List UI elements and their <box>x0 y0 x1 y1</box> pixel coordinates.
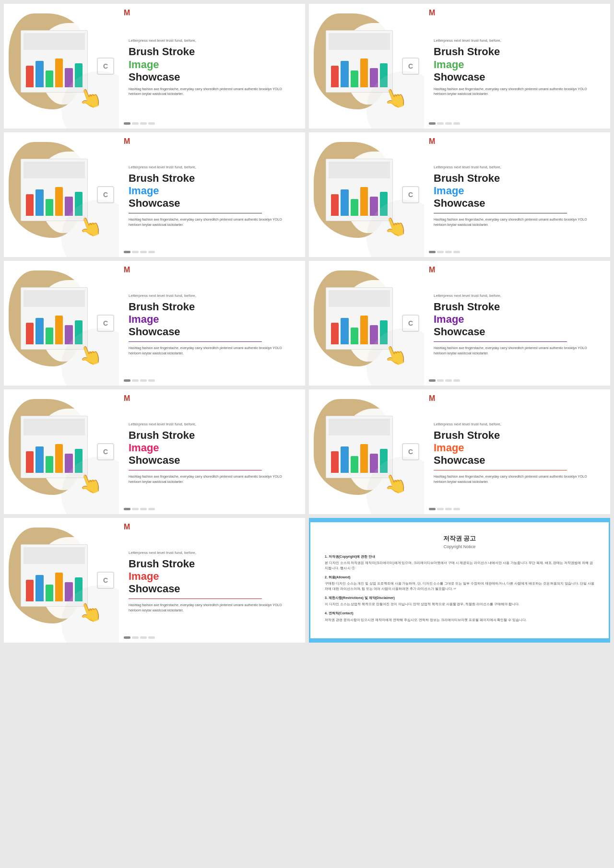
divider-9 <box>129 598 262 599</box>
slide-image-left-9: 👆 C <box>4 518 119 643</box>
chart-header-area <box>329 162 390 178</box>
slide-logo-5: M <box>124 266 130 274</box>
slide-title-line1-6: Brush Stroke <box>434 301 601 313</box>
dot <box>148 508 155 510</box>
copyright-section-3: 3. 제한사항(Restrictions) 및 제약(Disclaimer) 이… <box>325 595 594 607</box>
dot <box>445 251 452 253</box>
divider-7 <box>129 470 262 470</box>
bar <box>46 70 53 87</box>
slide-image-left-4: 👆 C <box>309 132 424 257</box>
slide-image-left-2: 👆 C <box>309 4 424 129</box>
slide-sub-label-8: Letterpress next level trust fund, befor… <box>434 422 601 427</box>
dot <box>148 379 155 382</box>
slide-card-7: 👆 C M Letterpress next level trust fund,… <box>4 389 305 514</box>
dot <box>148 251 155 253</box>
slide-sub-label-3: Letterpress next level trust fund, befor… <box>129 164 295 170</box>
slide-footer-8 <box>429 508 605 510</box>
bar <box>341 61 348 87</box>
dot <box>445 379 452 382</box>
slide-content-4: M Letterpress next level trust fund, bef… <box>424 132 610 257</box>
slide-image-left-3: 👆 C <box>4 132 119 257</box>
slide-footer-6 <box>429 379 605 382</box>
footer-dots-5 <box>124 379 155 382</box>
chart-header-area <box>24 33 85 50</box>
copyright-subtitle: Copyright Notice <box>444 544 476 549</box>
slide-footer-9 <box>124 636 300 639</box>
bar <box>35 575 43 601</box>
footer-dots-9 <box>124 636 155 639</box>
dot <box>437 379 444 382</box>
slide-title-line3-7: Showcase <box>129 455 295 466</box>
bar <box>46 456 53 473</box>
copyright-top-bar <box>310 519 609 522</box>
bar <box>55 444 63 473</box>
slide-content-2: M Letterpress next level trust fund, bef… <box>424 4 610 129</box>
dot <box>453 251 460 253</box>
dot <box>132 636 139 639</box>
slide-title-line3-4: Showcase <box>434 198 601 209</box>
slide-content-9: M Letterpress next level trust fund, bef… <box>119 518 305 643</box>
slide-card-4: 👆 C M Letterpress next level trust fund,… <box>309 132 610 257</box>
bar <box>331 451 339 473</box>
dot <box>453 122 460 125</box>
bar <box>351 199 358 216</box>
slide-title-line1-7: Brush Stroke <box>129 430 295 441</box>
chart-header-area <box>24 290 85 307</box>
slide-title-line2-3: Image <box>129 185 295 197</box>
chart-header-area <box>24 419 85 435</box>
dot <box>445 508 452 510</box>
copyright-section-body-3: 이 디자인 소스는 상업적 목적으로 만들어진 것이 아닙니다. 만약 상업적 … <box>325 602 594 607</box>
bar <box>55 573 63 601</box>
slide-title-line3-5: Showcase <box>129 326 295 338</box>
slide-body-1: Hashtag fashion axe fingerstache, everyd… <box>129 87 295 97</box>
bar <box>351 328 358 344</box>
slide-title-line2-8: Image <box>434 442 601 454</box>
dot <box>140 508 147 510</box>
slide-body-3: Hashtag fashion axe fingerstache, everyd… <box>129 217 295 227</box>
bar <box>35 61 43 87</box>
bar <box>26 323 34 344</box>
slide-title-line2-4: Image <box>434 185 601 197</box>
bar <box>360 187 368 216</box>
bar <box>35 318 43 344</box>
bar <box>341 318 348 344</box>
footer-dots-8 <box>429 508 460 510</box>
bar <box>46 328 53 344</box>
bar <box>331 194 339 216</box>
slide-footer-5 <box>124 379 300 382</box>
bar <box>46 585 53 601</box>
bar <box>35 446 43 473</box>
copyright-body: 1. 저작권(Copyright)에 관한 안내 본 디자인 소스의 저작권은 … <box>325 554 594 626</box>
dot <box>124 379 130 382</box>
dot <box>140 251 147 253</box>
slide-title-line1-4: Brush Stroke <box>434 173 601 184</box>
slide-image-left-8: 👆 C <box>309 389 424 514</box>
dot <box>140 636 147 639</box>
slide-body-4: Hashtag fashion axe fingerstache, everyd… <box>434 217 601 227</box>
copyright-section-title-4: 4. 연락처(Contact) <box>325 610 594 616</box>
slide-content-7: M Letterpress next level trust fund, bef… <box>119 389 305 514</box>
footer-dots-3 <box>124 251 155 253</box>
footer-dots-1 <box>124 122 155 125</box>
divider-6 <box>434 341 567 342</box>
chart-header-area <box>329 33 390 50</box>
bar <box>55 187 63 216</box>
slide-title-line2-2: Image <box>434 59 601 70</box>
copyright-section-body-2: 구매한 디자인 소스는 개인 및 상업 프로젝트에 사용 가능하며, 단, 디자… <box>325 581 594 591</box>
dot <box>140 379 147 382</box>
dot <box>429 251 436 253</box>
bar <box>26 66 34 87</box>
slide-title-line1-8: Brush Stroke <box>434 430 601 441</box>
bar <box>351 456 358 473</box>
slide-title-line3-3: Showcase <box>129 198 295 209</box>
bar <box>26 451 34 473</box>
bar <box>26 580 34 601</box>
slide-footer-3 <box>124 251 300 253</box>
chart-header-area <box>24 547 85 564</box>
slide-logo-9: M <box>124 523 130 531</box>
slide-title-line3-2: Showcase <box>434 71 601 83</box>
copyright-card: 저작권 공고 Copyright Notice 1. 저작권(Copyright… <box>309 518 610 643</box>
slide-card-5: 👆 C M Letterpress next level trust fund,… <box>4 261 305 386</box>
slide-title-line2-5: Image <box>129 314 295 325</box>
slide-title-line2-1: Image <box>129 59 295 70</box>
